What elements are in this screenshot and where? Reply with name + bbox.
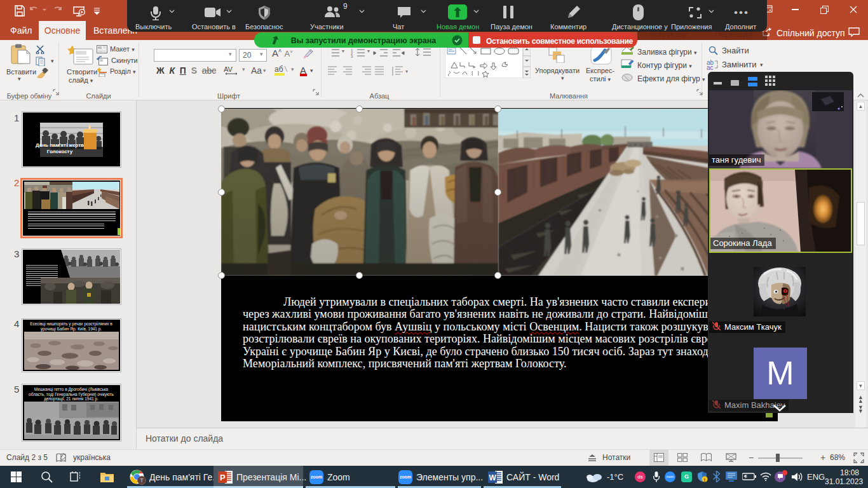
svg-text:аб: аб: [275, 65, 283, 74]
svg-text:ac: ac: [707, 64, 714, 71]
svg-text:AV: AV: [224, 65, 233, 73]
svg-text:3: 3: [351, 55, 353, 58]
svg-text:▾: ▾: [342, 48, 344, 54]
svg-text:!: !: [704, 477, 706, 483]
svg-text:P: P: [220, 473, 226, 482]
svg-text:▾: ▾: [405, 69, 408, 74]
svg-text:W: W: [489, 473, 497, 482]
svg-text:▾: ▾: [367, 48, 370, 54]
